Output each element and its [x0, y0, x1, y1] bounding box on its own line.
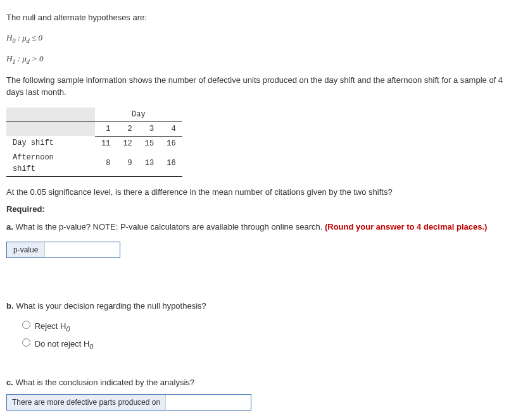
radio-donot-sub: 0: [89, 342, 93, 350]
cell: 16: [160, 136, 182, 151]
row-label: Afternoon shift: [6, 151, 95, 176]
hypothesis-h1: H1 : μd > 0: [6, 52, 517, 66]
conclusion-input[interactable]: [166, 396, 251, 409]
significance-question: At the 0.05 significance level, is there…: [6, 186, 517, 199]
radio-reject-input[interactable]: [22, 321, 30, 329]
rounding-note: (Round your answer to 4 decimal places.): [325, 222, 487, 232]
radio-reject-label: Reject H: [35, 321, 66, 331]
radio-donot-label: Do not reject H: [35, 339, 90, 349]
pvalue-answer-box: p-value: [6, 242, 120, 258]
cell: 9: [117, 151, 138, 176]
col-header: 4: [160, 121, 182, 136]
radio-donot-input[interactable]: [22, 338, 30, 347]
conclusion-answer-box: There are more defective parts produced …: [6, 394, 251, 411]
cell: 11: [95, 136, 117, 151]
required-label: Required:: [6, 203, 517, 216]
cell: 13: [139, 151, 160, 176]
pvalue-input[interactable]: [45, 242, 120, 257]
part-a: a. What is the p-value? NOTE: P-value ca…: [6, 221, 517, 233]
cell: 8: [95, 151, 117, 176]
row-label: Day shift: [6, 136, 95, 151]
table-row: Day shift 11 12 15 16: [6, 136, 182, 151]
col-header: 2: [117, 121, 138, 136]
conclusion-label: There are more defective parts produced …: [7, 395, 166, 410]
cell: 15: [139, 136, 160, 151]
defect-data-table: Day 1 2 3 4 Day shift 11 12 15 16 Aftern…: [6, 108, 182, 177]
sample-description: The following sample information shows t…: [6, 74, 517, 99]
cell: 16: [160, 151, 182, 176]
part-b: b. What is your decision regarding the n…: [6, 300, 517, 312]
part-b-text: What is your decision regarding the null…: [14, 301, 206, 311]
table-group-header: Day: [95, 108, 182, 122]
intro-text: The null and alternate hypotheses are:: [6, 11, 517, 24]
col-header: 3: [139, 121, 160, 136]
cell: 12: [117, 136, 138, 151]
col-header: 1: [95, 121, 117, 136]
pvalue-label: p-value: [7, 242, 45, 257]
part-c-text: What is the conclusion indicated by the …: [13, 378, 194, 387]
hypothesis-h0: H0 : μd ≤ 0: [6, 32, 517, 46]
table-row: Afternoon shift 8 9 13 16: [6, 151, 182, 176]
decision-radio-group: Reject H0 Do not reject H0: [19, 319, 517, 352]
part-c: c. What is the conclusion indicated by t…: [6, 376, 517, 389]
radio-reject-sub: 0: [66, 324, 70, 332]
part-a-marker: a.: [6, 222, 13, 232]
part-a-text: What is the p-value? NOTE: P-value calcu…: [13, 222, 325, 232]
radio-reject[interactable]: Reject H0: [19, 319, 517, 334]
part-b-marker: b.: [6, 301, 14, 311]
part-c-marker: c.: [6, 378, 13, 387]
radio-donot-reject[interactable]: Do not reject H0: [19, 337, 517, 352]
